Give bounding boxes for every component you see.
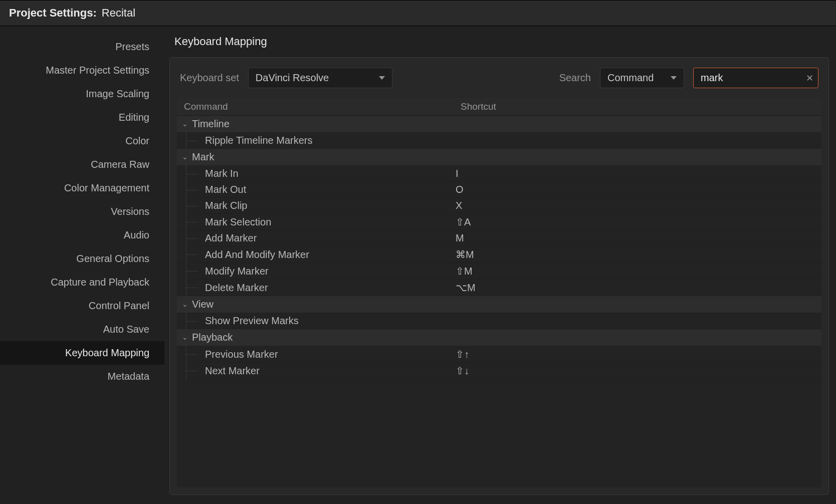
project-name: Recital xyxy=(102,7,135,20)
sidebar-item-presets[interactable]: Presets xyxy=(0,35,164,59)
command-shortcut: X xyxy=(454,200,462,211)
group-label: Timeline xyxy=(192,118,230,130)
table-header: Command Shortcut xyxy=(177,98,821,116)
command-row[interactable]: Add And Modify Marker⌘M xyxy=(177,246,821,263)
sidebar-item-capture-and-playback[interactable]: Capture and Playback xyxy=(0,271,164,294)
group-mark[interactable]: ⌄Mark xyxy=(177,149,821,166)
shortcuts-table: Command Shortcut ⌄TimelineRipple Timelin… xyxy=(177,98,821,487)
command-row[interactable]: Mark OutO xyxy=(177,182,821,198)
chevron-down-icon: ⌄ xyxy=(182,153,192,161)
kbd-set-value: DaVinci Resolve xyxy=(256,72,329,84)
sidebar-item-general-options[interactable]: General Options xyxy=(0,247,164,271)
column-header-command[interactable]: Command xyxy=(177,98,454,115)
sidebar-item-color[interactable]: Color xyxy=(0,129,164,153)
command-name: Previous Marker xyxy=(177,349,454,360)
toolbar: Keyboard set DaVinci Resolve Search Comm… xyxy=(170,58,828,98)
settings-panel: Keyboard set DaVinci Resolve Search Comm… xyxy=(169,57,829,495)
group-timeline[interactable]: ⌄Timeline xyxy=(177,116,821,133)
command-row[interactable]: Mark ClipX xyxy=(177,198,821,214)
sidebar-item-control-panel[interactable]: Control Panel xyxy=(0,294,164,318)
command-row[interactable]: Mark Selection⇧A xyxy=(177,214,821,230)
titlebar: Project Settings: Recital xyxy=(0,0,836,26)
command-name: Modify Marker xyxy=(177,266,454,277)
sidebar-item-audio[interactable]: Audio xyxy=(0,223,164,247)
chevron-down-icon: ⌄ xyxy=(182,300,192,308)
command-shortcut: ⇧↑ xyxy=(454,348,469,360)
main-panel: Keyboard Mapping Keyboard set DaVinci Re… xyxy=(164,26,836,504)
group-label: Playback xyxy=(192,332,233,343)
command-shortcut: O xyxy=(454,184,464,195)
sidebar-item-metadata[interactable]: Metadata xyxy=(0,365,164,388)
sidebar-item-color-management[interactable]: Color Management xyxy=(0,176,164,200)
group-view[interactable]: ⌄View xyxy=(177,296,821,313)
command-shortcut: ⇧↓ xyxy=(454,365,469,377)
search-label: Search xyxy=(559,72,591,84)
close-icon[interactable]: ✕ xyxy=(806,73,813,84)
command-name: Delete Marker xyxy=(177,282,454,294)
kbd-set-dropdown[interactable]: DaVinci Resolve xyxy=(248,68,392,88)
sidebar: PresetsMaster Project SettingsImage Scal… xyxy=(0,26,164,504)
command-row[interactable]: Mark InI xyxy=(177,166,821,182)
command-shortcut: ⇧A xyxy=(454,216,471,228)
sidebar-item-keyboard-mapping[interactable]: Keyboard Mapping xyxy=(0,341,164,365)
command-name: Mark Clip xyxy=(177,200,454,211)
sidebar-item-auto-save[interactable]: Auto Save xyxy=(0,318,164,341)
command-shortcut: I xyxy=(454,168,459,179)
table-body[interactable]: ⌄TimelineRipple Timeline Markers⌄MarkMar… xyxy=(177,116,821,487)
command-row[interactable]: Ripple Timeline Markers xyxy=(177,133,821,149)
column-header-shortcut[interactable]: Shortcut xyxy=(454,98,821,115)
command-name: Show Preview Marks xyxy=(177,315,454,327)
command-name: Add And Modify Marker xyxy=(177,249,454,261)
command-shortcut: M xyxy=(454,232,464,244)
search-mode-dropdown[interactable]: Command xyxy=(600,68,684,88)
sidebar-item-editing[interactable]: Editing xyxy=(0,106,164,129)
chevron-down-icon: ⌄ xyxy=(182,120,192,128)
command-row[interactable]: Add MarkerM xyxy=(177,230,821,246)
command-shortcut: ⌥M xyxy=(454,282,476,294)
command-name: Next Marker xyxy=(177,365,454,377)
group-label: Mark xyxy=(192,151,214,163)
command-name: Add Marker xyxy=(177,232,454,244)
chevron-down-icon xyxy=(671,76,677,80)
sidebar-item-versions[interactable]: Versions xyxy=(0,200,164,223)
kbd-set-label: Keyboard set xyxy=(180,72,239,84)
search-input[interactable] xyxy=(693,68,818,88)
command-row[interactable]: Delete Marker⌥M xyxy=(177,280,821,296)
command-name: Mark In xyxy=(177,168,454,179)
command-name: Mark Selection xyxy=(177,216,454,228)
sidebar-item-image-scaling[interactable]: Image Scaling xyxy=(0,82,164,106)
chevron-down-icon xyxy=(379,76,385,80)
window-title: Project Settings: xyxy=(9,7,97,20)
command-row[interactable]: Previous Marker⇧↑ xyxy=(177,346,821,363)
command-row[interactable]: Next Marker⇧↓ xyxy=(177,363,821,379)
command-name: Ripple Timeline Markers xyxy=(177,135,454,146)
command-row[interactable]: Show Preview Marks xyxy=(177,313,821,329)
page-title: Keyboard Mapping xyxy=(169,35,829,57)
group-label: View xyxy=(192,299,214,310)
sidebar-item-master-project-settings[interactable]: Master Project Settings xyxy=(0,59,164,82)
command-row[interactable]: Modify Marker⇧M xyxy=(177,263,821,280)
command-shortcut: ⌘M xyxy=(454,248,474,261)
search-mode-value: Command xyxy=(607,72,654,84)
group-playback[interactable]: ⌄Playback xyxy=(177,329,821,346)
chevron-down-icon: ⌄ xyxy=(182,333,192,341)
command-name: Mark Out xyxy=(177,184,454,195)
sidebar-item-camera-raw[interactable]: Camera Raw xyxy=(0,153,164,176)
command-shortcut: ⇧M xyxy=(454,265,473,277)
